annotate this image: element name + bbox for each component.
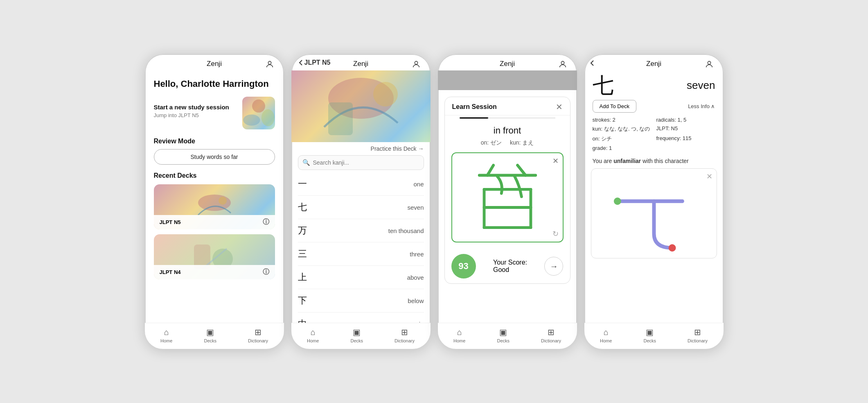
home-icon-2: ⌂ — [311, 328, 316, 337]
footer-dictionary-4[interactable]: ⊞ Dictionary — [688, 327, 708, 343]
stroke-order-svg — [591, 169, 717, 258]
kanji-meaning-2: seven — [407, 204, 424, 211]
phone-home: Zenji Hello, Charlotte Harrington Start … — [145, 54, 284, 349]
drawing-area[interactable]: ✕ ↻ — [451, 152, 564, 242]
footer-decks-label-3: Decks — [497, 338, 510, 343]
deck-info-icon-n4[interactable]: ⓘ — [263, 268, 269, 276]
familiarity-word: unfamiliar — [613, 158, 641, 164]
kanji-char-5: 上 — [298, 271, 307, 283]
kanji-row-2[interactable]: 七 seven — [298, 196, 424, 219]
session-modal-header: Learn Session ✕ — [445, 97, 570, 115]
footer-decks-2[interactable]: ▣ Decks — [350, 327, 363, 343]
review-mode-label: Review Mode — [154, 138, 275, 145]
reading-on: ゼン — [490, 139, 502, 146]
deck-list-footer: ⌂ Home ▣ Decks ⊞ Dictionary — [291, 323, 431, 349]
deck-card-n4-label: JLPT N4 ⓘ — [154, 265, 275, 279]
app-title-home: Zenji — [207, 60, 222, 68]
footer-decks-label-2: Decks — [350, 338, 363, 343]
char-actions-row: Add To Deck Less Info ∧ — [584, 100, 724, 117]
practice-bar[interactable]: Practice this Deck → — [291, 142, 431, 155]
footer-home-label-2: Home — [307, 338, 319, 343]
search-input[interactable] — [298, 155, 424, 170]
user-icon-session[interactable] — [558, 60, 567, 69]
score-next-button[interactable]: → — [544, 257, 563, 276]
kanji-meaning-3: ten thousand — [388, 227, 424, 234]
less-info-button[interactable]: Less Info ∧ — [688, 103, 715, 109]
deck-card-n4[interactable]: JLPT N4 ⓘ — [154, 234, 275, 279]
svg-point-1 — [252, 100, 265, 113]
char-detail-content: 七 seven Add To Deck Less Info ∧ strokes:… — [584, 70, 724, 323]
decks-icon-4: ▣ — [646, 327, 654, 337]
character-display: 七 — [593, 75, 614, 96]
footer-decks[interactable]: ▣ Decks — [204, 327, 216, 343]
session-word: in front — [445, 125, 570, 136]
home-header: Zenji — [145, 54, 284, 70]
drawing-refresh-button[interactable]: ↻ — [552, 229, 559, 238]
svg-point-2 — [243, 114, 260, 125]
character-meaning: seven — [687, 79, 715, 92]
info-on: on: シチ — [593, 135, 652, 143]
user-icon-deck[interactable] — [412, 60, 421, 69]
kanji-char-7: 中 — [298, 318, 307, 323]
decks-icon-2: ▣ — [353, 327, 361, 337]
greeting: Hello, Charlotte Harrington — [154, 79, 275, 89]
kanji-meaning-4: three — [410, 251, 424, 258]
kanji-row-3[interactable]: 万 ten thousand — [298, 219, 424, 242]
footer-home-2[interactable]: ⌂ Home — [307, 328, 319, 343]
kanji-row-1[interactable]: 一 one — [298, 172, 424, 196]
add-to-deck-button[interactable]: Add To Deck — [593, 100, 636, 113]
footer-home-label-3: Home — [453, 338, 465, 343]
deck-card-n5[interactable]: JLPT N5 ⓘ — [154, 184, 275, 229]
svg-rect-11 — [328, 102, 353, 135]
reading-kun-label: kun: — [510, 139, 522, 146]
session-modal-title: Learn Session — [452, 103, 497, 111]
back-button-char[interactable] — [590, 60, 594, 66]
kanji-row-7[interactable]: 中 in — [298, 312, 424, 323]
session-modal: Learn Session ✕ in front on: ゼン kun: まえ … — [444, 97, 570, 284]
svg-point-23 — [613, 197, 621, 205]
home-footer: ⌂ Home ▣ Decks ⊞ Dictionary — [145, 323, 284, 349]
reading-on-label: on: — [481, 139, 490, 146]
study-words-button[interactable]: Study words so far — [154, 149, 275, 165]
footer-decks-label-4: Decks — [643, 338, 656, 343]
back-button-deck[interactable]: JLPT N5 — [299, 59, 331, 66]
decks-icon-3: ▣ — [499, 327, 507, 337]
kanji-row-4[interactable]: 三 three — [298, 242, 424, 266]
score-text: Your Score: Good — [493, 259, 527, 274]
svg-line-15 — [517, 165, 525, 175]
svg-point-21 — [708, 61, 710, 64]
home-icon: ⌂ — [164, 328, 169, 337]
footer-dictionary-3[interactable]: ⊞ Dictionary — [541, 327, 561, 343]
kanji-meaning-5: above — [407, 274, 424, 281]
footer-decks-4[interactable]: ▣ Decks — [643, 327, 656, 343]
svg-point-3 — [261, 109, 274, 126]
score-row: 93 Your Score: Good → — [445, 249, 570, 283]
home-icon-3: ⌂ — [457, 328, 462, 337]
footer-dictionary-2[interactable]: ⊞ Dictionary — [395, 327, 415, 343]
footer-home-3[interactable]: ⌂ Home — [453, 328, 465, 343]
footer-home[interactable]: ⌂ Home — [160, 328, 172, 343]
footer-decks-label: Decks — [204, 338, 216, 343]
footer-dictionary-label: Dictionary — [248, 338, 268, 343]
footer-dictionary-label-4: Dictionary — [688, 338, 708, 343]
recent-decks-label: Recent Decks — [154, 172, 275, 179]
session-close-button[interactable]: ✕ — [556, 103, 563, 111]
stroke-diagram: ✕ — [591, 168, 717, 258]
session-footer: ⌂ Home ▣ Decks ⊞ Dictionary — [438, 323, 577, 349]
gray-bar — [438, 70, 577, 90]
drawing-close-button[interactable]: ✕ — [552, 156, 559, 165]
kanji-row-6[interactable]: 下 below — [298, 289, 424, 312]
kanji-row-5[interactable]: 上 above — [298, 266, 424, 289]
kanji-char-1: 一 — [298, 178, 307, 190]
char-info-grid: strokes: 2 radicals: 1, 5 kun: なな, なな. つ… — [584, 117, 724, 158]
stroke-diagram-close[interactable]: ✕ — [706, 172, 712, 181]
practice-label[interactable]: Practice this Deck → — [371, 145, 424, 152]
study-section-image — [242, 97, 275, 129]
footer-home-4[interactable]: ⌂ Home — [600, 328, 612, 343]
footer-decks-3[interactable]: ▣ Decks — [497, 327, 510, 343]
user-icon-char[interactable] — [705, 60, 714, 69]
footer-dictionary[interactable]: ⊞ Dictionary — [248, 327, 268, 343]
kanji-char-4: 三 — [298, 248, 307, 260]
deck-info-icon-n5[interactable]: ⓘ — [263, 218, 269, 226]
user-icon-home[interactable] — [265, 60, 274, 69]
